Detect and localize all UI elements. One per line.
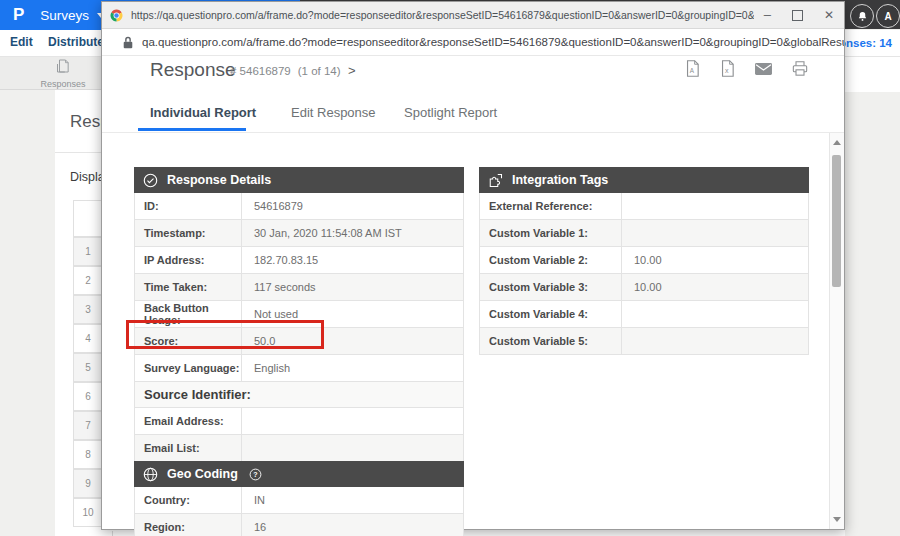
close-button[interactable]: ✕ — [824, 8, 834, 22]
panel-title: Geo Coding — [167, 467, 238, 481]
row-value: Not used — [242, 301, 463, 327]
detail-row: Email Address: — [134, 408, 464, 435]
row-label: Email List: — [135, 435, 242, 461]
page-surface — [845, 57, 900, 92]
row-value: 50.0 — [242, 328, 463, 354]
row-label: Score: — [135, 328, 242, 354]
divider — [102, 132, 844, 133]
email-icon[interactable] — [755, 63, 772, 75]
tab-responses[interactable]: Responses — [25, 57, 101, 90]
row-label: Back Button Usage: — [135, 301, 242, 327]
svg-text:?: ? — [253, 471, 257, 479]
table-row: 7 — [73, 411, 103, 440]
row-label: Custom Variable 3: — [480, 274, 622, 300]
tab-edit-response[interactable]: Edit Response — [291, 105, 376, 120]
row-value: IN — [242, 487, 463, 513]
detail-row: Custom Variable 5: — [479, 328, 809, 355]
row-label: Custom Variable 4: — [480, 301, 622, 327]
window-titlebar[interactable]: https://qa.questionpro.com/a/frame.do?mo… — [102, 2, 844, 29]
lock-icon — [123, 36, 133, 49]
menu-item-edit[interactable]: Edit — [10, 35, 33, 49]
scrollbar[interactable] — [829, 133, 844, 529]
row-value — [622, 301, 808, 327]
response-id: # 54616879 — [230, 65, 291, 77]
tab-individual-report[interactable]: Individual Report — [150, 105, 256, 120]
row-value: 117 seconds — [242, 274, 463, 300]
row-value: 16 — [242, 514, 463, 536]
panel-header: Integration Tags — [479, 167, 809, 193]
row-value: 54616879 — [242, 193, 463, 219]
address-url: qa.questionpro.com/a/frame.do?mode=respo… — [142, 36, 844, 48]
row-label: Custom Variable 2: — [480, 247, 622, 273]
detail-row: Custom Variable 3: 10.00 — [479, 274, 809, 301]
svg-text:x: x — [725, 67, 729, 75]
scroll-down-arrow[interactable] — [833, 517, 841, 522]
detail-row: Back Button Usage: Not used — [134, 301, 464, 328]
row-value: 10.00 — [622, 274, 808, 300]
table-row: 1 — [73, 237, 103, 266]
scrollbar-thumb[interactable] — [832, 155, 841, 287]
responses-icon — [55, 58, 72, 78]
row-label: External Reference: — [480, 193, 622, 219]
minimize-button[interactable]: – — [764, 10, 771, 20]
panel-header: Geo Coding ? — [134, 461, 464, 487]
response-position: (1 of 14) — [298, 65, 341, 77]
pdf-icon[interactable]: A — [685, 60, 700, 77]
next-response-button[interactable]: > — [348, 63, 356, 78]
questionpro-logo: P — [13, 5, 24, 25]
row-label: Custom Variable 5: — [480, 328, 622, 354]
table-row: 2 — [73, 266, 103, 295]
detail-row: Country: IN — [134, 487, 464, 514]
row-label: Email Address: — [135, 408, 242, 434]
notifications-button[interactable] — [850, 4, 874, 28]
row-value — [622, 328, 808, 354]
table-row: 3 — [73, 295, 103, 324]
avatar: A — [876, 4, 900, 28]
panel-title: Integration Tags — [512, 173, 608, 187]
chrome-icon — [110, 9, 123, 22]
window-title-url: https://qa.questionpro.com/a/frame.do?mo… — [131, 9, 754, 21]
puzzle-icon — [488, 173, 503, 188]
help-icon[interactable]: ? — [249, 468, 262, 481]
row-value — [622, 193, 808, 219]
table-gridline — [112, 531, 113, 536]
row-value: English — [242, 355, 463, 381]
detail-row: External Reference: — [479, 193, 809, 220]
detail-row: Custom Variable 4: — [479, 301, 809, 328]
report-meta: # 54616879 (1 of 14) — [230, 65, 341, 77]
table-header-cell — [73, 200, 103, 237]
row-value: 10.00 — [622, 247, 808, 273]
active-tab-underline — [138, 128, 246, 131]
row-value — [622, 220, 808, 246]
row-label: Time Taken: — [135, 274, 242, 300]
globe-icon — [143, 467, 158, 482]
panel-header: Response Details — [134, 167, 464, 193]
table-row: 6 — [73, 382, 103, 411]
table-row: 9 — [73, 469, 103, 498]
print-icon[interactable] — [792, 61, 808, 76]
detail-row-score: Score: 50.0 — [134, 328, 464, 355]
source-identifier-header: Source Identifier: — [134, 382, 464, 408]
row-value — [242, 435, 463, 461]
address-bar[interactable]: qa.questionpro.com/a/frame.do?mode=respo… — [102, 29, 844, 56]
excel-icon[interactable]: x — [720, 60, 735, 77]
row-label: Region: — [135, 514, 242, 536]
scroll-up-arrow[interactable] — [833, 140, 841, 145]
geo-coding-panel: Geo Coding ? Country: IN Region: 16 — [134, 461, 464, 536]
account-menu-button[interactable]: A — [876, 4, 900, 28]
row-label: IP Address: — [135, 247, 242, 273]
row-label: Timestamp: — [135, 220, 242, 246]
menu-item-distribute[interactable]: Distribute — [48, 35, 104, 49]
detail-row: IP Address: 182.70.83.15 — [134, 247, 464, 274]
row-label: Country: — [135, 487, 242, 513]
window-controls: – ✕ — [764, 8, 834, 22]
table-row: 8 — [73, 440, 103, 469]
detail-row: Region: 16 — [134, 514, 464, 536]
row-value — [242, 408, 463, 434]
response-details-panel: Response Details ID: 54616879 Timestamp:… — [134, 167, 464, 462]
table-row: 10 — [73, 498, 103, 527]
panel-title: Response Details — [167, 173, 271, 187]
maximize-button[interactable] — [792, 10, 803, 21]
tab-spotlight-report[interactable]: Spotlight Report — [404, 105, 497, 120]
report-title: Response — [150, 59, 236, 81]
